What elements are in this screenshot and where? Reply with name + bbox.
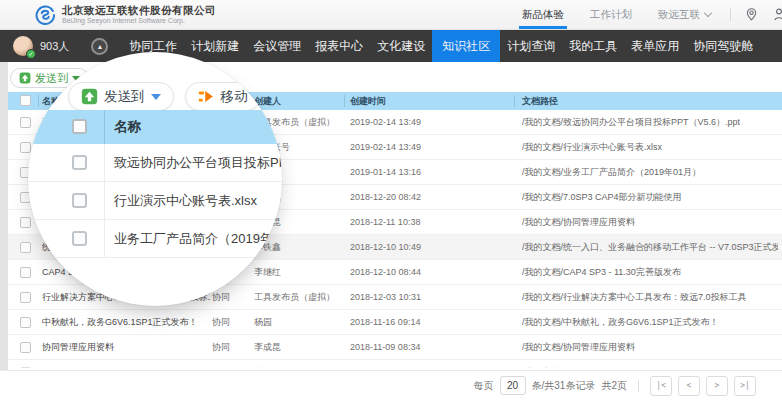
nav-item-4[interactable]: 文化建设 [370, 30, 432, 62]
column-header-3: 创建时间 [350, 92, 386, 110]
send-to-button-magnified[interactable]: 发送到 [68, 82, 174, 111]
cell-creator: 工具发布员（虚拟） [254, 285, 335, 309]
cell-name: 中秋献礼，政务G6V6.1SP1正式发布！ [42, 310, 198, 334]
nav-item-5[interactable]: 知识社区 [432, 30, 500, 62]
cell-time: 2018-12-20 08:42 [350, 185, 421, 209]
chevron-down-icon [704, 9, 712, 17]
cell-time: 2018-12-11 10:38 [350, 210, 420, 234]
table-row[interactable]: 政务G6V6.1SP1修复包发布协同李继红2018-10-08 09:33/我的… [8, 360, 782, 368]
row-checkbox[interactable] [20, 142, 31, 153]
compass-icon[interactable]: ▲ [91, 38, 108, 55]
company-title: 北京致远互联软件股份有限公司 BeiJing Seeyon Internet S… [62, 4, 216, 24]
row-checkbox[interactable] [20, 242, 31, 253]
nav-item-8[interactable]: 表单应用 [624, 30, 686, 62]
send-icon [19, 72, 31, 84]
row-checkbox[interactable] [20, 292, 31, 303]
company-name-en: BeiJing Seeyon Internet Software Corp. [62, 17, 216, 25]
row-checkbox[interactable] [20, 267, 31, 278]
top-tab-1[interactable]: 工作计划 [590, 0, 632, 29]
cell-path: /我的文档/统一入口、业务融合的移动工作平台 -- V7.0SP3正式发布 [522, 235, 778, 259]
magnified-table-row[interactable]: 业务工厂产品简介（2019年01月） [28, 220, 282, 258]
nav-items: 协同工作计划新建会议管理报表中心文化建设知识社区计划查询我的工具表单应用协同驾驶… [122, 30, 760, 62]
cell-path: /我的文档/协同管理应用资料 [522, 210, 635, 234]
send-to-label: 发送到 [35, 71, 68, 86]
row-checkbox[interactable] [20, 117, 31, 128]
row-checkbox[interactable] [72, 231, 87, 246]
cell-time: 2018-12-10 10:49 [350, 235, 421, 259]
first-page-button[interactable]: |< [650, 376, 672, 396]
cell-path: /我的文档/中秋献礼，政务G6V6.1SP1正式发布！ [522, 310, 719, 334]
cell-name: 政务G6V6.1SP1修复包发布 [42, 360, 153, 368]
move-icon [198, 88, 215, 105]
company-name-cn: 北京致远互联软件股份有限公司 [62, 4, 216, 16]
table-row[interactable]: 中秋献礼，政务G6V6.1SP1正式发布！协同杨园2018-11-16 09:1… [8, 310, 782, 335]
cell-time: 2019-02-14 13:49 [350, 110, 421, 134]
select-all-checkbox[interactable] [20, 95, 31, 106]
cell-time: 2019-02-14 13:49 [350, 135, 421, 159]
pagination-divider [638, 380, 639, 392]
cell-time: 2019-01-14 13:16 [350, 160, 421, 184]
user-avatar[interactable]: ✓ [13, 36, 33, 56]
select-all-checkbox-magnified[interactable] [72, 119, 87, 134]
row-checkbox[interactable] [72, 155, 87, 170]
top-tab-0[interactable]: 新品体验 [522, 0, 564, 29]
send-icon [81, 88, 98, 105]
column-separator [104, 110, 105, 144]
cell-time: 2018-11-09 08:34 [350, 335, 420, 359]
row-checkbox[interactable] [72, 193, 87, 208]
magnified-toolbar: 发送到 移动 [68, 82, 282, 111]
cell-type: 协同 [212, 360, 230, 368]
nav-item-7[interactable]: 我的工具 [562, 30, 624, 62]
cell-name: 行业演示中心账号表.xlsx [114, 182, 257, 220]
move-button-magnified[interactable]: 移动 [185, 82, 261, 111]
total-pages-label: 共2页 [601, 379, 627, 393]
online-check-badge: ✓ [26, 49, 36, 59]
cell-time: 2018-12-03 10:31 [350, 285, 421, 309]
row-checkbox[interactable] [20, 342, 31, 353]
last-page-button[interactable]: >| [734, 376, 756, 396]
topbar-divider [730, 8, 731, 21]
per-page-label: 每页 [474, 379, 494, 393]
cell-creator: 李继红 [254, 260, 281, 284]
nav-item-6[interactable]: 计划查询 [500, 30, 562, 62]
cell-path: /我的文档/CAP4 SP3 - 11.30完善版发布 [522, 260, 681, 284]
page-size-input[interactable] [500, 376, 526, 395]
magnifier-overlay: 发送到 移动 名称 致远协同办公平台项目投标PPT（V5.6）.ppt行业演示中… [28, 52, 282, 306]
records-count-label: 条/共31条记录 [532, 379, 596, 393]
column-separator [344, 95, 345, 107]
magnified-table-header: 名称 [28, 110, 282, 144]
nav-item-2[interactable]: 会议管理 [246, 30, 308, 62]
cell-name: 协同管理应用资料 [42, 335, 114, 359]
magnified-table-row[interactable]: 行业演示中心账号表.xlsx [28, 182, 282, 220]
member-count[interactable]: 903人 [40, 39, 69, 54]
cell-path: /我的文档/致远协同办公平台项目投标PPT（V5.6）.ppt [522, 110, 740, 134]
nav-item-9[interactable]: 协同驾驶舱 [686, 30, 760, 62]
cell-creator: 杨园 [254, 310, 272, 334]
send-to-label: 发送到 [104, 88, 145, 106]
top-bar: 北京致远互联软件股份有限公司 BeiJing Seeyon Internet S… [0, 0, 782, 30]
cell-time: 2018-12-10 08:44 [350, 260, 421, 284]
column-separator [514, 95, 515, 107]
pagination-bar: 每页 条/共31条记录 共2页 |<<>>| [0, 370, 782, 400]
move-label: 移动 [221, 88, 248, 106]
table-row[interactable]: 协同管理应用资料协同李成昆2018-11-09 08:34/我的文档/协同管理应… [8, 335, 782, 360]
contacts-icon[interactable] [773, 7, 782, 23]
next-page-button[interactable]: > [706, 376, 728, 396]
magnified-table-row[interactable]: 致远协同办公平台项目投标PPT（V5.6）.ppt [28, 144, 282, 182]
cell-path: /我的文档/业务工厂产品简介（2019年01月） [522, 160, 701, 184]
name-column-header: 名称 [114, 110, 141, 144]
row-checkbox[interactable] [20, 367, 31, 368]
nav-item-3[interactable]: 报表中心 [308, 30, 370, 62]
chevron-down-icon [151, 94, 161, 100]
app-root: { "colors": { "accent_blue": "#1486ec", … [0, 0, 782, 400]
top-tab-2[interactable]: 致远互联 [658, 0, 711, 29]
cell-path: /我的文档/行业解决方案中心工具发布：致远7.0投标工具 [522, 285, 747, 309]
prev-page-button[interactable]: < [678, 376, 700, 396]
column-header-4: 文档路径 [522, 92, 558, 110]
cell-path: /我的文档/政务G6V6.1SP1修复包发布 [522, 360, 674, 368]
column-separator [38, 95, 39, 107]
left-gutter [0, 62, 8, 370]
row-checkbox[interactable] [20, 317, 31, 328]
row-checkbox[interactable] [20, 217, 31, 228]
location-contact-icon[interactable] [744, 7, 759, 22]
